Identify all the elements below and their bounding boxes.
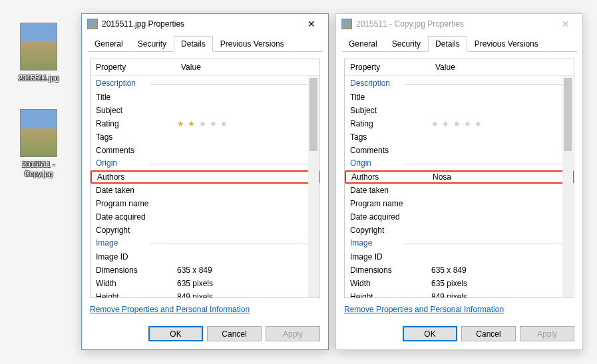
row-comments[interactable]: Comments — [345, 144, 574, 157]
properties-window-left: 2015511.jpg Properties ✕ General Securit… — [81, 13, 329, 350]
row-tags[interactable]: Tags — [345, 130, 574, 144]
file-icon — [87, 19, 98, 29]
details-grid: Property Value Description Title Subject… — [90, 59, 320, 298]
titlebar[interactable]: 2015511.jpg Properties ✕ — [82, 14, 328, 34]
remove-properties-link[interactable]: Remove Properties and Personal Informati… — [90, 305, 320, 314]
file-thumbnail-icon — [20, 23, 57, 71]
row-height[interactable]: Height849 pixels — [91, 290, 319, 297]
row-program-name[interactable]: Program name — [91, 197, 319, 210]
row-image-id[interactable]: Image ID — [345, 250, 574, 264]
tab-general[interactable]: General — [87, 36, 130, 52]
column-header-value[interactable]: Value — [176, 59, 319, 75]
tab-strip: General Security Details Previous Versio… — [82, 34, 328, 52]
cancel-button[interactable]: Cancel — [461, 326, 516, 341]
file-icon — [341, 19, 352, 29]
scroll-thumb[interactable] — [564, 78, 572, 151]
window-title: 2015511 - Copy.jpg Properties — [356, 19, 550, 29]
column-header-value[interactable]: Value — [430, 59, 574, 75]
row-image-id[interactable]: Image ID — [91, 250, 319, 264]
rating-stars[interactable]: ★ ★ ★ ★ ★ — [177, 119, 228, 128]
section-description: Description — [91, 77, 319, 91]
row-subject[interactable]: Subject — [345, 104, 574, 117]
tab-previous-versions[interactable]: Previous Versions — [467, 36, 546, 52]
ok-button[interactable]: OK — [148, 326, 203, 341]
column-header-property[interactable]: Property — [91, 59, 176, 75]
row-date-taken[interactable]: Date taken — [91, 184, 319, 197]
tab-details[interactable]: Details — [428, 36, 467, 52]
section-description: Description — [345, 77, 574, 91]
close-button[interactable]: ✕ — [550, 14, 581, 34]
scroll-thumb[interactable] — [309, 78, 317, 151]
file-label: 2015511.jpg — [12, 73, 65, 83]
row-dimensions[interactable]: Dimensions635 x 849 — [345, 264, 574, 277]
vertical-scrollbar[interactable] — [562, 77, 573, 297]
desktop-file-2[interactable]: 2015511 - Copy.jpg — [12, 109, 65, 178]
desktop-file-1[interactable]: 2015511.jpg — [12, 23, 65, 83]
file-thumbnail-icon — [20, 109, 57, 157]
tab-security[interactable]: Security — [130, 36, 174, 52]
tab-details[interactable]: Details — [174, 36, 213, 52]
row-tags[interactable]: Tags — [91, 130, 319, 144]
row-rating[interactable]: Rating★ ★ ★ ★ ★ — [91, 117, 319, 130]
row-width[interactable]: Width635 pixels — [91, 277, 319, 290]
tab-strip: General Security Details Previous Versio… — [336, 34, 582, 52]
row-program-name[interactable]: Program name — [345, 197, 574, 210]
row-authors[interactable]: AuthorsNosa — [345, 170, 574, 184]
section-origin: Origin — [345, 157, 574, 170]
row-title[interactable]: Title — [345, 91, 574, 104]
row-date-acquired[interactable]: Date acquired — [91, 210, 319, 224]
properties-window-right: 2015511 - Copy.jpg Properties ✕ General … — [335, 13, 583, 350]
section-image: Image — [91, 237, 319, 250]
vertical-scrollbar[interactable] — [308, 77, 319, 297]
row-date-acquired[interactable]: Date acquired — [345, 210, 574, 224]
row-date-taken[interactable]: Date taken — [345, 184, 574, 197]
titlebar[interactable]: 2015511 - Copy.jpg Properties ✕ — [336, 14, 582, 34]
apply-button[interactable]: Apply — [266, 326, 320, 341]
file-label: 2015511 - Copy.jpg — [12, 160, 65, 178]
apply-button[interactable]: Apply — [520, 326, 574, 341]
row-subject[interactable]: Subject — [91, 104, 319, 117]
row-authors[interactable]: Authors — [91, 170, 319, 184]
tab-security[interactable]: Security — [385, 36, 428, 52]
row-rating[interactable]: Rating★ ★ ★ ★ ★ — [345, 117, 574, 130]
tab-general[interactable]: General — [341, 36, 385, 52]
section-origin: Origin — [91, 157, 319, 170]
rating-stars[interactable]: ★ ★ ★ ★ ★ — [431, 119, 483, 128]
details-grid: Property Value Description Title Subject… — [344, 59, 574, 298]
row-width[interactable]: Width635 pixels — [345, 277, 574, 290]
cancel-button[interactable]: Cancel — [207, 326, 262, 341]
row-copyright[interactable]: Copyright — [91, 224, 319, 237]
column-header-property[interactable]: Property — [345, 59, 430, 75]
tab-previous-versions[interactable]: Previous Versions — [213, 36, 292, 52]
row-height[interactable]: Height849 pixels — [345, 290, 574, 297]
remove-properties-link[interactable]: Remove Properties and Personal Informati… — [344, 305, 574, 314]
window-title: 2015511.jpg Properties — [102, 19, 296, 29]
ok-button[interactable]: OK — [403, 326, 457, 341]
close-button[interactable]: ✕ — [296, 14, 327, 34]
row-dimensions[interactable]: Dimensions635 x 849 — [91, 264, 319, 277]
row-copyright[interactable]: Copyright — [345, 224, 574, 237]
row-comments[interactable]: Comments — [91, 144, 319, 157]
row-title[interactable]: Title — [91, 91, 319, 104]
section-image: Image — [345, 237, 574, 250]
